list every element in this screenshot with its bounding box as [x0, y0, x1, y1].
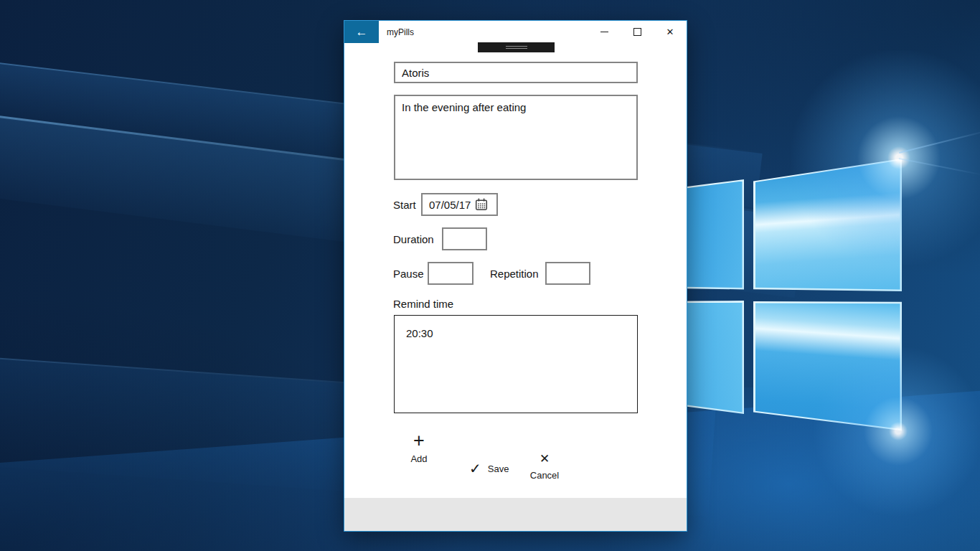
medicine-name-input[interactable] [394, 62, 638, 83]
pause-input[interactable] [428, 262, 473, 285]
add-button[interactable]: + Add [404, 432, 434, 464]
check-icon: ✓ [469, 462, 481, 475]
start-date-picker[interactable]: 07/05/17 [421, 193, 498, 216]
cancel-button[interactable]: ✕ Cancel [524, 453, 565, 481]
form-content: In the evening after eating Start 07/05/… [344, 44, 687, 499]
grip-line [506, 46, 527, 47]
start-date-value: 07/05/17 [429, 199, 471, 211]
calendar-icon [475, 198, 488, 211]
remind-time-item[interactable]: 20:30 [406, 327, 433, 339]
duration-input[interactable] [442, 227, 487, 250]
start-label: Start [393, 199, 416, 212]
maximize-button[interactable] [621, 21, 654, 43]
back-button[interactable]: ← [344, 21, 379, 43]
save-button[interactable]: ✓ Save [469, 462, 509, 475]
minimize-button[interactable] [588, 21, 621, 43]
notes-textarea[interactable]: In the evening after eating [394, 95, 638, 180]
desktop: ← myPills ✕ In the evening after eating … [0, 0, 980, 551]
mypills-window: ← myPills ✕ In the evening after eating … [344, 20, 687, 532]
plus-icon: + [413, 432, 425, 449]
cancel-label: Cancel [530, 470, 559, 481]
close-button[interactable]: ✕ [654, 21, 687, 43]
drag-handle[interactable] [478, 42, 555, 52]
add-label: Add [410, 453, 427, 464]
windows-logo-pane-bottom-right [753, 301, 902, 432]
remind-time-list[interactable]: 20:30 [394, 315, 638, 413]
window-controls: ✕ [588, 21, 687, 43]
duration-label: Duration [393, 233, 434, 246]
light-ray [899, 158, 980, 176]
minimize-icon [600, 32, 608, 32]
back-arrow-icon: ← [356, 25, 368, 39]
close-icon: ✕ [666, 27, 674, 37]
repetition-label: Repetition [490, 268, 539, 281]
footer-bar [344, 498, 687, 531]
maximize-icon [633, 28, 641, 36]
window-title: myPills [387, 27, 414, 37]
windows-logo-pane-top-right [753, 159, 902, 291]
light-ray [899, 130, 980, 154]
repetition-input[interactable] [545, 262, 590, 285]
titlebar: ← myPills ✕ [344, 21, 687, 44]
save-label: Save [488, 463, 509, 474]
grip-line [506, 48, 527, 49]
pause-label: Pause [393, 268, 424, 281]
x-icon: ✕ [540, 453, 550, 466]
remind-time-label: Remind time [393, 298, 453, 311]
